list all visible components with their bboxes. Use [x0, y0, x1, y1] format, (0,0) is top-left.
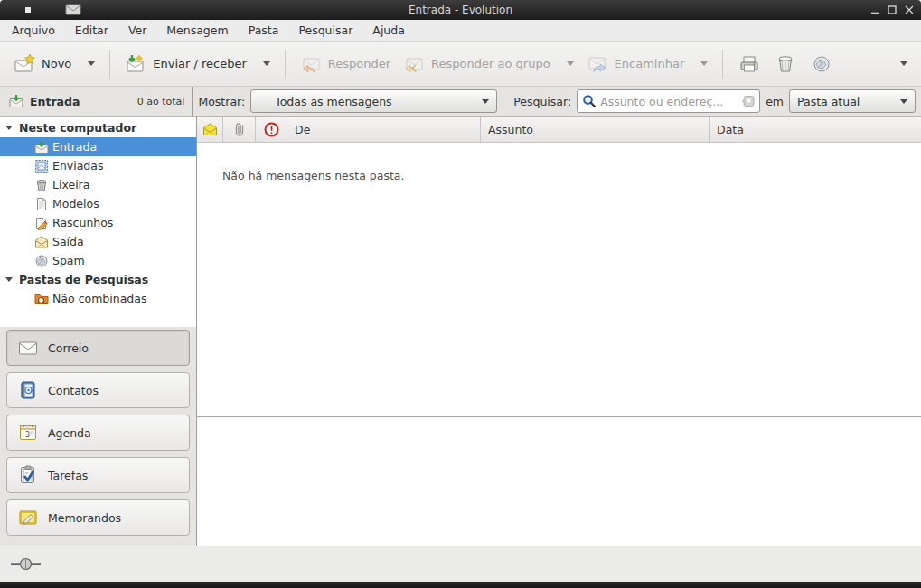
show-filter-dropdown[interactable]: Todas as mensagens — [250, 89, 497, 113]
attachment-column-icon — [233, 122, 246, 137]
column-subject[interactable]: Assunto — [481, 117, 710, 142]
toolbar-overflow-dropdown[interactable] — [890, 56, 914, 71]
secondary-bar: Entrada 0 ao total Mostrar: Todas as men… — [0, 87, 921, 117]
new-button-label: Novo — [42, 57, 71, 70]
column-date[interactable]: Data — [710, 117, 921, 142]
menu-ver[interactable]: Ver — [118, 20, 156, 41]
search-scope-value: Pasta atual — [797, 95, 860, 108]
folder-header: Entrada 0 ao total — [0, 87, 193, 116]
delete-button[interactable] — [767, 48, 804, 80]
junk-folder-icon — [34, 254, 49, 268]
menu-arquivo[interactable]: Arquivo — [2, 20, 65, 41]
inbox-icon — [34, 140, 49, 154]
minimize-icon[interactable] — [869, 4, 881, 16]
in-label: em — [766, 95, 784, 108]
forward-dropdown[interactable] — [691, 56, 714, 71]
search-scope-dropdown[interactable]: Pasta atual — [789, 89, 916, 113]
column-from[interactable]: De — [287, 117, 481, 142]
forward-button[interactable]: Encaminhar — [580, 48, 691, 80]
new-dropdown[interactable] — [78, 56, 101, 71]
show-label: Mostrar: — [198, 95, 245, 108]
toolbar-separator — [722, 50, 723, 79]
switcher-correio[interactable]: Correio — [6, 330, 190, 366]
statusbar — [0, 546, 921, 582]
column-status[interactable] — [197, 117, 223, 142]
reply-all-button[interactable]: Responder ao grupo — [397, 48, 557, 80]
message-count: 0 ao total — [137, 96, 185, 107]
svg-text:3: 3 — [25, 431, 30, 439]
sidebar-item-enviadas[interactable]: Enviadas — [0, 156, 196, 175]
memos-icon — [18, 508, 38, 527]
junk-button[interactable] — [804, 48, 840, 80]
menu-ajuda[interactable]: Ajuda — [362, 20, 415, 41]
sidebar-item-modelos[interactable]: Modelos — [0, 194, 196, 213]
drafts-icon — [34, 216, 49, 230]
maximize-icon[interactable] — [886, 4, 898, 16]
sidebar-item-rascunhos[interactable]: Rascunhos — [0, 213, 196, 232]
column-priority[interactable] — [256, 117, 287, 142]
menu-editar[interactable]: Editar — [65, 20, 118, 41]
junk-icon — [811, 53, 832, 75]
reply-all-icon — [403, 53, 425, 75]
search-input[interactable] — [600, 95, 738, 108]
online-status-plug-icon[interactable] — [11, 557, 42, 571]
tasks-icon — [18, 465, 38, 485]
new-button[interactable]: Novo — [7, 48, 78, 80]
view-switcher: Correio Contatos 3 Agenda Tarefas Memora… — [0, 327, 196, 546]
titlebar[interactable]: Entrada - Evolution — [0, 0, 921, 20]
sidebar-item-spam[interactable]: Spam — [0, 251, 196, 270]
message-area: De Assunto Data Não há mensagens nesta p… — [197, 117, 921, 546]
toolbar-separator — [285, 50, 286, 79]
switcher-agenda[interactable]: 3 Agenda — [6, 415, 190, 451]
reply-button[interactable]: Responder — [294, 48, 397, 80]
menubar: Arquivo Editar Ver Mensagem Pasta Pesqui… — [0, 20, 921, 42]
search-folder-icon — [34, 292, 49, 306]
window-bottom-edge — [0, 582, 921, 588]
menu-pasta[interactable]: Pasta — [239, 20, 289, 41]
preview-pane — [197, 417, 921, 546]
switcher-contatos[interactable]: Contatos — [6, 372, 190, 408]
sidebar: Neste computador Entrada Enviadas Lixeir… — [0, 117, 197, 546]
flag-column-icon — [202, 123, 218, 136]
expander-triangle-icon[interactable] — [5, 277, 13, 282]
menu-pesquisar[interactable]: Pesquisar — [288, 20, 362, 41]
sidebar-item-nao-combinadas[interactable]: Não combinadas — [0, 289, 196, 308]
sent-icon — [34, 159, 49, 173]
tree-group-pastas-de-pesquisas[interactable]: Pastas de Pesquisas — [0, 270, 196, 289]
sidebar-item-entrada[interactable]: Entrada — [0, 137, 196, 156]
switcher-memorandos[interactable]: Memorandos — [6, 499, 190, 536]
send-receive-label: Enviar / receber — [153, 57, 247, 70]
show-filter-value: Todas as mensagens — [275, 95, 391, 108]
close-icon[interactable] — [903, 4, 916, 16]
printer-icon — [738, 53, 760, 75]
chevron-down-icon — [900, 99, 907, 104]
switcher-tarefas[interactable]: Tarefas — [6, 457, 190, 493]
message-list-header: De Assunto Data — [197, 117, 921, 143]
mail-icon — [18, 338, 38, 358]
expander-triangle-icon[interactable] — [5, 126, 13, 130]
empty-folder-message: Não há mensagens nesta pasta. — [222, 169, 404, 182]
print-button[interactable] — [731, 48, 767, 80]
forward-label: Encaminhar — [615, 57, 685, 70]
clear-search-icon[interactable] — [741, 96, 755, 107]
tree-group-neste-computador[interactable]: Neste computador — [0, 118, 196, 137]
folder-tree: Neste computador Entrada Enviadas Lixeir… — [0, 117, 196, 327]
column-attachment[interactable] — [223, 117, 256, 142]
evolution-window: Entrada - Evolution Arquivo Editar Ver M… — [0, 0, 921, 588]
search-label: Pesquisar: — [513, 95, 571, 108]
sidebar-item-lixeira[interactable]: Lixeira — [0, 175, 196, 194]
reply-all-label: Responder ao grupo — [431, 57, 550, 70]
menu-mensagem[interactable]: Mensagem — [156, 20, 238, 41]
send-receive-button[interactable]: Enviar / receber — [118, 48, 253, 80]
sidebar-item-saida[interactable]: Saída — [0, 232, 196, 251]
reply-all-dropdown[interactable] — [557, 56, 580, 71]
send-receive-icon — [125, 53, 146, 75]
filter-search-bar: Mostrar: Todas as mensagens Pesquisar: e… — [193, 87, 921, 116]
calendar-icon: 3 — [18, 423, 38, 443]
outbox-icon — [34, 235, 49, 249]
current-folder-title: Entrada — [30, 95, 80, 108]
search-icon[interactable] — [582, 94, 597, 108]
send-receive-dropdown[interactable] — [253, 56, 277, 71]
templates-icon — [34, 197, 49, 211]
app-envelope-icon — [65, 4, 81, 15]
